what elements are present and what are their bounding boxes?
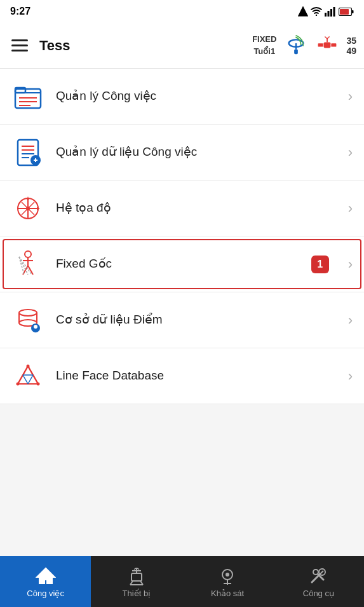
coordinate-icon <box>11 192 44 225</box>
svg-point-2 <box>316 15 317 16</box>
svg-line-47 <box>19 257 32 275</box>
svg-line-46 <box>19 257 28 275</box>
status-bar: 9:27 <box>0 0 364 23</box>
chevron-icon-6: › <box>348 368 353 385</box>
svg-point-40 <box>25 251 31 257</box>
document-icon <box>11 136 44 169</box>
menu-label-he-toa-do: Hệ tọa độ <box>56 200 334 216</box>
svg-line-60 <box>23 375 28 384</box>
wifi-icon <box>311 7 322 16</box>
svg-rect-13 <box>324 42 331 48</box>
fixed-goc-badge: 1 <box>311 256 329 273</box>
signal-bars-icon <box>325 6 336 17</box>
svg-point-37 <box>26 207 30 210</box>
top-nav: Tess FIXED Tuổi1 <box>0 23 364 69</box>
svg-line-78 <box>320 571 323 575</box>
svg-line-17 <box>325 36 328 39</box>
svg-rect-6 <box>334 7 335 17</box>
svg-line-61 <box>28 375 33 384</box>
svg-point-63 <box>37 382 40 385</box>
count1: 35 <box>346 36 356 46</box>
menu-label-quan-ly-du-lieu: Quản lý dữ liệu Công việc <box>56 144 334 160</box>
svg-line-18 <box>327 36 330 39</box>
svg-rect-10 <box>295 49 299 54</box>
count2: 49 <box>346 46 356 56</box>
fixed-icon <box>11 248 44 281</box>
nav-numbers: 35 49 <box>346 36 356 56</box>
tab-label-cong-viec: Công việc <box>27 589 64 598</box>
menu-label-quan-ly-cong-viec: Quản lý Công việc <box>56 88 334 104</box>
chevron-icon-1: › <box>348 88 353 105</box>
svg-rect-66 <box>131 573 142 581</box>
tab-label-khao-sat: Khảo sát <box>211 589 244 598</box>
antenna-icon <box>284 32 308 59</box>
svg-marker-1 <box>299 7 307 16</box>
svg-rect-14 <box>318 43 323 46</box>
menu-item-quan-ly-cong-viec[interactable]: Quản lý Công việc › <box>0 69 364 125</box>
svg-point-64 <box>27 364 30 367</box>
tab-khao-sat[interactable]: Khảo sát <box>182 556 273 607</box>
svg-rect-20 <box>15 88 25 93</box>
menu-item-line-face-database[interactable]: Line Face Database › <box>0 348 364 404</box>
svg-point-48 <box>19 310 37 316</box>
svg-rect-5 <box>330 9 332 17</box>
tab-cong-cu[interactable]: Công cụ <box>273 556 364 607</box>
menu-label-line-face-database: Line Face Database <box>56 368 334 384</box>
nav-center-info: FIXED Tuổi1 <box>252 34 276 57</box>
menu-item-he-toa-do[interactable]: Hệ tọa độ › <box>0 181 364 236</box>
hamburger-menu-button[interactable] <box>8 36 32 55</box>
chevron-icon-4: › <box>348 256 353 273</box>
survey-icon <box>217 566 238 586</box>
chevron-icon-5: › <box>348 312 353 329</box>
menu-item-co-so-du-lieu-diem[interactable]: Cơ sở dữ liệu Điểm › <box>0 292 364 348</box>
menu-label-co-so-du-lieu-diem: Cơ sở dữ liệu Điểm <box>56 312 334 328</box>
signal-icon <box>298 6 308 17</box>
svg-rect-9 <box>352 10 354 13</box>
svg-rect-3 <box>325 13 327 17</box>
nav-title: Tess <box>39 38 245 54</box>
chevron-icon-2: › <box>348 144 353 161</box>
satellite-icon <box>316 33 339 58</box>
battery-icon <box>339 8 354 16</box>
linedatabase-icon <box>11 360 44 393</box>
tab-thiet-bi[interactable]: Thiết bị <box>91 556 182 607</box>
folder-icon <box>11 80 44 113</box>
svg-marker-65 <box>37 568 55 583</box>
tuoi-label: Tuổi1 <box>253 46 275 57</box>
bottom-tab-bar: Công việc Thiết bị Khảo sát <box>0 556 364 607</box>
svg-rect-8 <box>340 9 349 15</box>
menu-item-quan-ly-du-lieu[interactable]: Quản lý dữ liệu Công việc › <box>0 125 364 181</box>
menu-label-fixed-goc: Fixed Gốc <box>56 256 300 272</box>
svg-rect-4 <box>328 11 330 17</box>
database-icon <box>11 304 44 337</box>
menu-item-fixed-goc[interactable]: Fixed Gốc 1 › <box>0 236 364 292</box>
status-time: 9:27 <box>10 6 30 17</box>
svg-point-62 <box>17 382 20 385</box>
tab-cong-viec[interactable]: Công việc <box>0 556 91 607</box>
status-icons <box>298 6 354 17</box>
home-icon <box>36 566 56 586</box>
tab-label-cong-cu: Công cụ <box>303 589 334 598</box>
fixed-label: FIXED <box>252 34 276 45</box>
device-icon <box>126 566 147 586</box>
tools-icon <box>308 566 328 586</box>
menu-list: Quản lý Công việc › Quản lý dữ liệu Công… <box>0 69 364 556</box>
svg-point-73 <box>226 573 229 576</box>
svg-rect-15 <box>332 43 337 46</box>
svg-point-53 <box>34 325 37 329</box>
chevron-icon-3: › <box>348 200 353 217</box>
tab-label-thiet-bi: Thiết bị <box>123 589 151 598</box>
svg-point-80 <box>313 569 318 575</box>
